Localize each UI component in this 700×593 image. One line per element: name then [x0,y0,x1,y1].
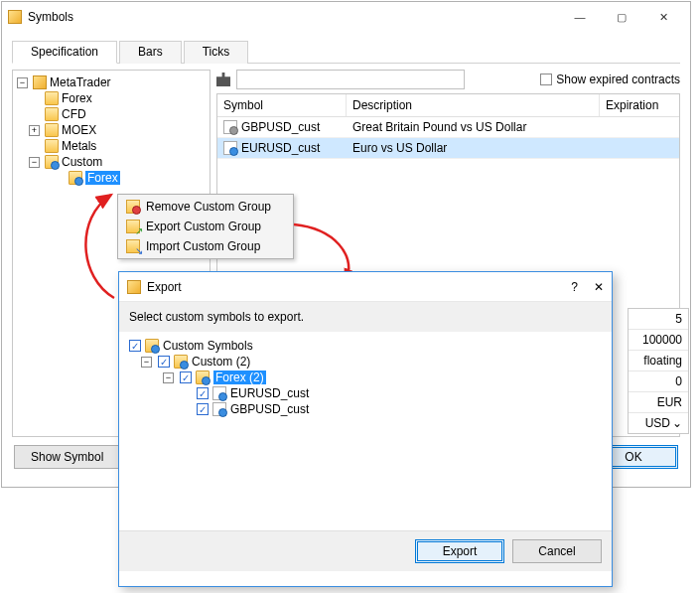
tree-item[interactable]: Metals [62,139,96,153]
tab-ticks[interactable]: Ticks [184,41,249,64]
export-icon [126,220,140,233]
tab-specification[interactable]: Specification [12,41,117,64]
dialog-instruction: Select custom symbols to export. [119,302,612,332]
tree-item[interactable]: Custom [62,155,102,169]
tree-item-selected[interactable]: Forex [85,171,120,185]
dialog-title: Export [147,280,182,294]
custom-folder-icon [45,155,59,169]
search-icon [216,73,230,86]
prop-value: 100000 [629,330,688,351]
prop-value[interactable]: USD⌄ [629,413,688,433]
ctx-import-group[interactable]: Import Custom Group [120,236,291,256]
app-icon [127,280,141,294]
remove-icon [126,200,140,214]
symbol-icon [212,386,226,400]
checkbox[interactable] [180,371,192,383]
custom-folder-icon [145,339,159,353]
titlebar[interactable]: Symbols ― ▢ ✕ [2,2,690,32]
show-expired-label: Show expired contracts [556,73,680,86]
cancel-button[interactable]: Cancel [512,539,602,563]
tree-item[interactable]: CFD [62,107,86,121]
custom-folder-icon [174,355,188,369]
help-button[interactable]: ? [571,280,578,294]
folder-icon [45,91,59,105]
checkbox[interactable] [158,356,170,368]
export-tree[interactable]: Custom Symbols −Custom (2) −Forex (2) EU… [119,332,612,530]
tree-root[interactable]: MetaTrader [50,75,111,89]
chevron-down-icon: ⌄ [672,416,682,430]
custom-folder-icon [69,171,82,185]
col-symbol[interactable]: Symbol [217,94,347,116]
prop-value: 0 [629,371,688,392]
symbol-icon [223,120,237,134]
col-description[interactable]: Description [347,94,600,116]
window-title: Symbols [28,10,73,24]
folder-icon [45,107,59,121]
dialog-titlebar[interactable]: Export ? ✕ [119,272,612,302]
minimize-button[interactable]: ― [559,3,601,31]
show-expired-checkbox[interactable]: Show expired contracts [540,73,680,86]
show-symbol-button[interactable]: Show Symbol [14,445,120,469]
ctx-remove-group[interactable]: Remove Custom Group [120,197,291,217]
prop-value: floating [629,351,688,371]
tree-item[interactable]: Forex [62,91,92,105]
import-icon [126,239,140,253]
properties-panel: 5 100000 floating 0 EUR USD⌄ [628,308,689,434]
context-menu: Remove Custom Group Export Custom Group … [117,194,294,259]
symbol-icon [212,402,226,416]
tree-item[interactable]: MOEX [62,123,96,137]
export-dialog: Export ? ✕ Select custom symbols to expo… [118,271,613,587]
symbol-icon [223,141,237,155]
folder-icon [45,139,59,153]
table-row[interactable]: GBPUSD_cust Great Britain Pound vs US Do… [217,117,679,138]
prop-value: 5 [629,309,688,330]
custom-folder-icon [196,371,210,384]
checkbox[interactable] [129,340,141,352]
prop-value: EUR [629,392,688,413]
maximize-button[interactable]: ▢ [601,3,642,31]
checkbox[interactable] [197,403,209,415]
export-button[interactable]: Export [415,539,504,563]
search-input[interactable] [236,70,465,89]
close-button[interactable]: ✕ [642,3,684,31]
close-button[interactable]: ✕ [594,280,604,294]
tab-bars[interactable]: Bars [119,41,182,64]
ctx-export-group[interactable]: Export Custom Group [120,217,291,236]
app-icon [8,10,22,24]
folder-icon [45,123,59,137]
checkbox[interactable] [197,387,209,399]
tab-bar: Specification Bars Ticks [12,40,680,64]
table-row-selected[interactable]: EURUSD_cust Euro vs US Dollar [217,138,679,159]
col-expiration[interactable]: Expiration [600,94,679,116]
metatrader-icon [33,75,47,89]
